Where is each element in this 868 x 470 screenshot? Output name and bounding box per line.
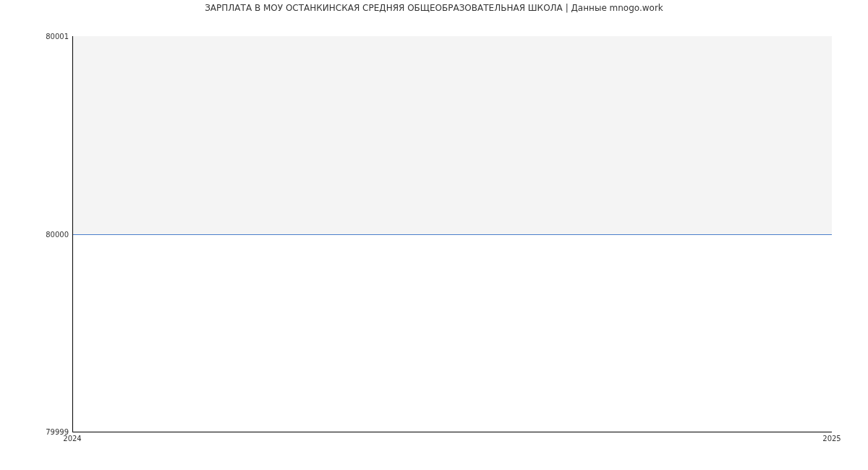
- data-line: [73, 234, 832, 235]
- chart-title: ЗАРПЛАТА В МОУ ОСТАНКИНСКАЯ СРЕДНЯЯ ОБЩЕ…: [0, 3, 868, 13]
- y-tick-label: 80001: [46, 33, 69, 40]
- y-tick-label: 80000: [46, 231, 69, 239]
- x-tick-label: 2025: [822, 435, 841, 443]
- x-tick-label: 2024: [63, 435, 81, 443]
- plot-area: [72, 36, 832, 432]
- area-fill: [73, 36, 832, 234]
- salary-chart: ЗАРПЛАТА В МОУ ОСТАНКИНСКАЯ СРЕДНЯЯ ОБЩЕ…: [0, 0, 868, 470]
